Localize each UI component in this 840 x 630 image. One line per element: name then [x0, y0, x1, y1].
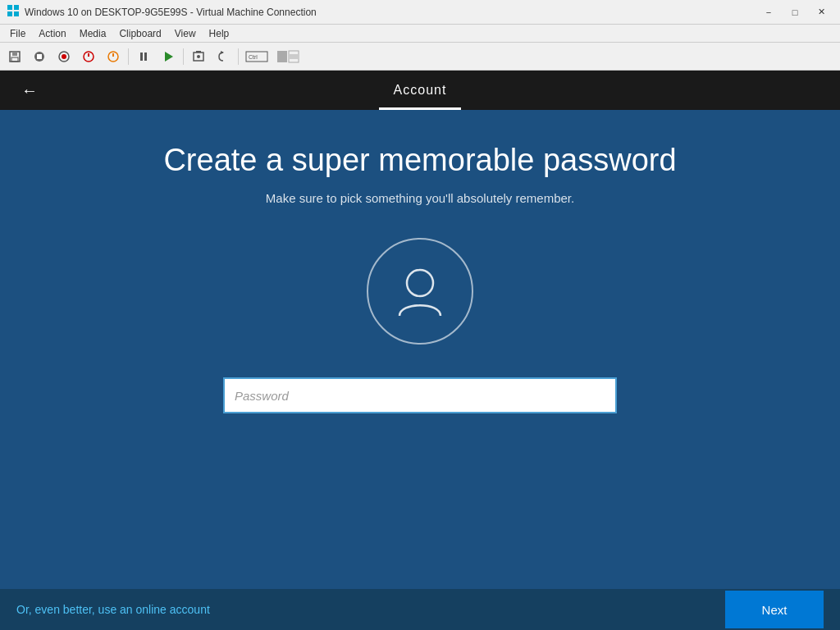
svg-rect-16 [144, 52, 147, 61]
page-subtitle: Make sure to pick something you'll absol… [266, 191, 574, 205]
next-button[interactable]: Next [725, 591, 824, 628]
toolbar: Ctrl [0, 43, 840, 71]
menu-file[interactable]: File [3, 26, 32, 41]
toolbar-pause-button[interactable] [132, 46, 155, 67]
menu-action[interactable]: Action [32, 26, 72, 41]
toolbar-separator-3 [238, 48, 239, 65]
user-avatar [367, 238, 473, 345]
svg-text:Ctrl: Ctrl [249, 54, 258, 60]
online-account-link[interactable]: Or, even better, use an online account [16, 603, 210, 616]
menu-clipboard[interactable]: Clipboard [112, 26, 167, 41]
toolbar-record-button[interactable] [52, 46, 75, 67]
svg-point-10 [62, 54, 66, 59]
page-title: Create a super memorable password [163, 143, 676, 178]
menu-view[interactable]: View [168, 26, 203, 41]
svg-rect-19 [196, 51, 201, 52]
toolbar-revert-button[interactable] [212, 46, 235, 67]
svg-point-20 [197, 55, 200, 58]
toolbar-separator-1 [128, 48, 129, 65]
toolbar-ctrlaltdel-button[interactable]: Ctrl [242, 46, 272, 67]
svg-rect-26 [290, 54, 298, 59]
title-bar: Windows 10 on DESKTOP-9G5E99S - Virtual … [0, 0, 840, 25]
svg-marker-21 [221, 51, 224, 54]
window-controls: − □ ✕ [756, 4, 833, 21]
toolbar-power-button[interactable] [102, 46, 125, 67]
minimize-button[interactable]: − [756, 4, 781, 21]
toolbar-screenshot-button[interactable] [187, 46, 210, 67]
window-title: Windows 10 on DESKTOP-9G5E99S - Virtual … [25, 7, 751, 18]
svg-rect-2 [7, 11, 12, 16]
svg-marker-17 [165, 52, 173, 62]
toolbar-save-button[interactable] [3, 46, 26, 67]
toolbar-play-button[interactable] [157, 46, 180, 67]
svg-rect-0 [7, 5, 12, 10]
password-input[interactable] [223, 377, 617, 413]
svg-rect-24 [277, 51, 287, 62]
svg-rect-8 [37, 54, 42, 59]
menu-bar: File Action Media Clipboard View Help [0, 25, 840, 43]
window-icon [7, 4, 20, 21]
toolbar-stop-button[interactable] [28, 46, 51, 67]
maximize-button[interactable]: □ [783, 4, 807, 21]
svg-rect-15 [140, 52, 143, 61]
nav-account-label: Account [394, 83, 447, 98]
svg-rect-3 [14, 11, 19, 16]
vm-nav-bar: ← Account [0, 71, 840, 110]
vm-main-area: Create a super memorable password Make s… [0, 110, 840, 630]
svg-point-27 [407, 270, 433, 296]
close-button[interactable]: ✕ [809, 4, 833, 21]
toolbar-separator-2 [183, 48, 184, 65]
menu-media[interactable]: Media [73, 26, 113, 41]
svg-rect-1 [14, 5, 19, 10]
back-button[interactable]: ← [16, 77, 43, 103]
password-container [223, 377, 617, 413]
toolbar-poweroff-button[interactable] [77, 46, 100, 67]
svg-rect-5 [12, 52, 17, 56]
vm-content: ← Account Create a super memorable passw… [0, 71, 840, 630]
menu-help[interactable]: Help [203, 26, 236, 41]
bottom-bar: Or, even better, use an online account N… [0, 589, 840, 630]
toolbar-view-button[interactable] [273, 46, 303, 67]
